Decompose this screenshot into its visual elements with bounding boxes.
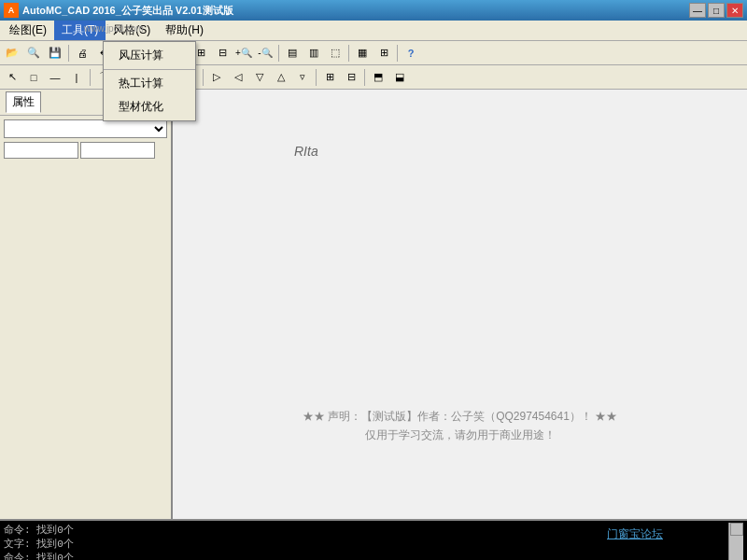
tb-t5[interactable]: ⊞ [374,43,394,63]
left-panel: 属性 [0,90,173,519]
menu-item-edit[interactable]: 绘图(E) [2,21,54,40]
tb2-b2[interactable]: ◁ [228,67,248,88]
app-icon: A [4,3,19,18]
canvas-area[interactable]: RIta ★★ 声明：【测试版】作者：公子笑（QQ297454641）！ ★★ … [173,90,747,519]
forum-link[interactable]: 门窗宝论坛 [607,526,663,542]
menu-item-help[interactable]: 帮助(H) [158,21,211,40]
cmd-line-0: 命令: 找到0个 [4,523,542,537]
tb-zoom-out[interactable]: -🔍 [255,43,275,63]
tb2-sep-4 [364,69,365,86]
cmd-scrollbar[interactable]: ▲ ▼ [728,523,743,560]
tb2-hline[interactable]: — [45,67,65,88]
tb2-cursor[interactable]: ↖ [2,67,22,88]
tab-properties[interactable]: 属性 [6,91,41,113]
tb2-b5[interactable]: ▿ [292,67,313,88]
dropdown-menu: 风压计算 热工计算 型材优化 [103,41,196,121]
cmd-line-1: 文字: 找到0个 [4,537,542,551]
tb2-b7[interactable]: ⊟ [341,67,361,88]
scroll-up-btn[interactable]: ▲ [730,523,743,536]
tb2-b6[interactable]: ⊞ [319,67,340,88]
tb-search[interactable]: 🔍 [23,43,44,63]
tb-print[interactable]: 🖨 [72,43,92,63]
tb-zoom-in[interactable]: +🔍 [233,43,254,63]
command-output: 命令: 找到0个 文字: 找到0个 命令: 找到0个 命令: 找到0个 命令: … [0,521,747,560]
tb2-sep-1 [90,69,91,86]
rita-text: RIta [294,144,318,159]
tb2-b8[interactable]: ⬒ [368,67,388,88]
menu-bar: 绘图(E) 工具(T) 风格(S) 帮助(H) www.jpc0.com 风压计… [0,21,747,41]
title-left: A AutoMC_CAD 2016_公子笑出品 V2.01测试版 [4,3,233,18]
tb-open[interactable]: 📂 [2,43,22,63]
tb-help[interactable]: ? [401,43,421,63]
command-area: 命令: 找到0个 文字: 找到0个 命令: 找到0个 命令: 找到0个 命令: … [0,519,747,560]
tb-t3[interactable]: ⬚ [325,43,345,63]
tb-sep-5 [348,45,349,62]
disclaimer-line1: ★★ 声明：【测试版】作者：公子笑（QQ297454641）！ ★★ [173,407,747,426]
dropdown-separator [104,69,195,70]
main-layout: 属性 RIta ★★ 声明：【测试版】作者：公子笑（QQ297454641）！ … [0,90,747,519]
tb2-b4[interactable]: △ [271,67,291,88]
dropdown-thermal-calc[interactable]: 热工计算 [104,72,195,95]
prop-input-2[interactable] [80,142,155,159]
prop-input-1[interactable] [4,142,78,159]
tb-grid2[interactable]: ⊟ [212,43,233,63]
title-buttons: — □ ✕ [689,3,743,18]
cmd-right: 门窗宝论坛 [542,523,728,560]
menu-item-tools[interactable]: 工具(T) [54,21,106,40]
tb2-b1[interactable]: ▷ [206,67,227,88]
disclaimer: ★★ 声明：【测试版】作者：公子笑（QQ297454641）！ ★★ 仅用于学习… [173,407,747,444]
tb-sep-1 [68,45,69,62]
tb-t2[interactable]: ▥ [303,43,324,63]
tb-t1[interactable]: ▤ [282,43,303,63]
title-bar: A AutoMC_CAD 2016_公子笑出品 V2.01测试版 — □ ✕ [0,0,747,21]
tb-sep-4 [278,45,279,62]
tb-t4[interactable]: ▦ [352,43,373,63]
tb2-b3[interactable]: ▽ [249,67,270,88]
tb2-vline[interactable]: | [66,67,87,88]
minimize-button[interactable]: — [689,3,706,18]
title-text: AutoMC_CAD 2016_公子笑出品 V2.01测试版 [22,4,233,18]
tb2-sep-2 [203,69,204,86]
tb2-rect[interactable]: □ [23,67,44,88]
prop-dropdown-row [4,119,167,138]
tb-save[interactable]: 💾 [45,43,65,63]
tb2-b9[interactable]: ⬓ [389,67,410,88]
tb-sep-6 [397,45,398,62]
cmd-left: 命令: 找到0个 文字: 找到0个 命令: 找到0个 命令: 找到0个 命令: … [4,523,542,560]
cmd-line-2: 命令: 找到0个 [4,551,542,560]
dropdown-shape-optimize[interactable]: 型材优化 [104,95,195,119]
maximize-button[interactable]: □ [708,3,725,18]
disclaimer-line2: 仅用于学习交流，请勿用于商业用途！ [173,426,747,444]
tb2-sep-3 [316,69,317,86]
prop-input-row [4,142,167,159]
dropdown-header[interactable]: 风压计算 [104,44,195,67]
prop-content [0,116,171,519]
menu-item-style[interactable]: 风格(S) [106,21,158,40]
close-button[interactable]: ✕ [726,3,743,18]
prop-select[interactable] [4,119,167,138]
